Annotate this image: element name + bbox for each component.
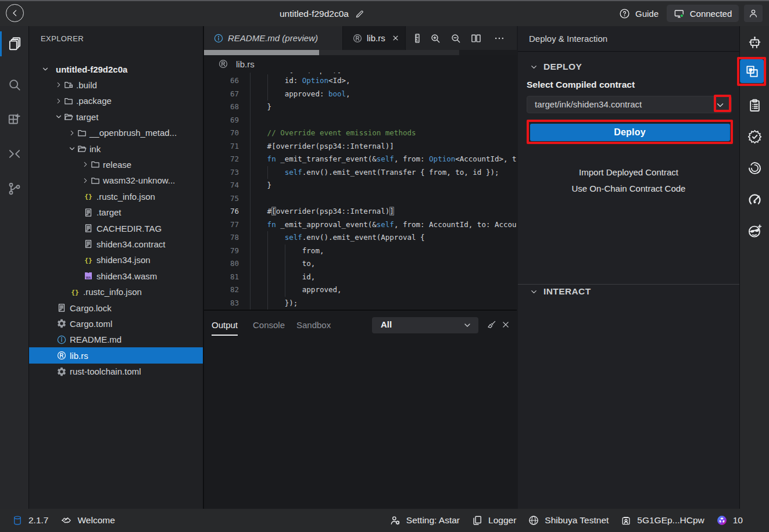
output-filter-select[interactable]: All bbox=[372, 317, 478, 333]
rail-item-expert-mode[interactable] bbox=[741, 222, 769, 239]
split-editor-button[interactable] bbox=[469, 31, 483, 45]
clear-button[interactable] bbox=[485, 318, 498, 331]
connected-button[interactable]: Connected bbox=[667, 5, 739, 22]
svg-text:WA: WA bbox=[86, 276, 91, 279]
tree-item--openbrush-metad-[interactable]: __openbrush_metad... bbox=[29, 125, 203, 141]
status-item-logger[interactable]: Logger bbox=[471, 515, 516, 526]
code-line-82: 82 approved, bbox=[204, 283, 517, 297]
rail-item-compilation[interactable] bbox=[741, 96, 769, 114]
activity-bar-item-explorer[interactable] bbox=[0, 35, 28, 52]
tab-scrollbar-thumb[interactable] bbox=[204, 50, 319, 55]
editor-tab-readme.md[interactable]: README.md (preview) bbox=[204, 26, 343, 50]
pages-icon bbox=[471, 515, 483, 526]
indent-guide bbox=[285, 257, 285, 271]
status-item-shibuya-testnet[interactable]: Shibuya Testnet bbox=[528, 515, 609, 526]
tree-item-lib-rs[interactable]: lib.rs bbox=[29, 347, 203, 364]
rail-item-gas-estimation[interactable] bbox=[741, 191, 769, 209]
close-panel-button[interactable] bbox=[499, 318, 512, 331]
line-number: 72 bbox=[204, 153, 239, 166]
close-tab-icon[interactable] bbox=[391, 34, 400, 42]
code-plain: } bbox=[250, 102, 272, 111]
code-text: } bbox=[250, 100, 272, 114]
guide-button[interactable]: Guide bbox=[619, 1, 659, 26]
more-actions-button[interactable] bbox=[492, 31, 506, 45]
line-number: 70 bbox=[204, 127, 239, 140]
tree-item-untitled-f29d2c0a[interactable]: untitled-f29d2c0a bbox=[29, 61, 203, 77]
rename-pencil-icon[interactable] bbox=[355, 9, 365, 19]
chevron-down-icon[interactable] bbox=[715, 100, 725, 110]
rail-item-openai[interactable] bbox=[741, 159, 769, 177]
code-text: approved: bool, bbox=[250, 88, 350, 101]
tree-item-cargo-toml[interactable]: Cargo.toml bbox=[29, 315, 203, 332]
tree-item-target[interactable]: target bbox=[29, 109, 203, 125]
tree-item-rust-toolchain-toml[interactable]: rust-toolchain.toml bbox=[29, 364, 203, 380]
status-bar: 2.1.7Welcome Setting: AstarLoggerShibuya… bbox=[0, 509, 769, 532]
tree-item-label: .target bbox=[96, 207, 121, 217]
indent-guide bbox=[250, 153, 251, 166]
tree-item-shiden34-wasm[interactable]: WAshiden34.wasm bbox=[29, 268, 203, 284]
import-deployed-contract-link[interactable]: Import Deployed Contract bbox=[518, 167, 739, 177]
tree-item-shiden34-json[interactable]: {}shiden34.json bbox=[29, 252, 203, 268]
account-button[interactable] bbox=[744, 5, 763, 22]
line-number: 82 bbox=[204, 283, 239, 297]
interact-section-header[interactable]: INTERACT bbox=[530, 286, 591, 297]
breadcrumb[interactable]: lib.rs bbox=[204, 55, 517, 73]
chevron-right-icon bbox=[55, 97, 63, 105]
status-item-5g1gep-hcpw[interactable]: 5G1GEp...HCpw bbox=[620, 515, 704, 526]
rail-item-deploy-interaction[interactable] bbox=[740, 59, 764, 83]
panel-tab-console[interactable]: Console bbox=[253, 320, 285, 330]
use-onchain-contract-link[interactable]: Use On-Chain Contract Code bbox=[518, 184, 739, 193]
tree-item-cargo-lock[interactable]: Cargo.lock bbox=[29, 300, 203, 316]
tree-item--rustc-info-json[interactable]: {}.rustc_info.json bbox=[29, 284, 203, 300]
deploy-button[interactable]: Deploy bbox=[530, 124, 730, 141]
status-item-welcome[interactable]: Welcome bbox=[60, 515, 115, 526]
tree-item--package[interactable]: .package bbox=[29, 93, 203, 109]
line-number: 83 bbox=[204, 297, 239, 310]
seal-check-icon bbox=[747, 129, 763, 145]
deploy-section-header[interactable]: DEPLOY bbox=[530, 62, 582, 72]
tree-item-readme-md[interactable]: README.md bbox=[29, 332, 203, 348]
tree-item-ink[interactable]: ink bbox=[29, 141, 203, 157]
activity-bar-item-search[interactable] bbox=[0, 76, 28, 94]
tree-item-cachedir-tag[interactable]: CACHEDIR.TAG bbox=[29, 220, 203, 236]
split-icon bbox=[470, 33, 482, 44]
zoom-out-button[interactable] bbox=[449, 31, 463, 45]
files-icon bbox=[7, 36, 22, 51]
rail-item-ai-assistant[interactable] bbox=[741, 33, 769, 51]
rail-item-verification[interactable] bbox=[741, 128, 769, 145]
tree-item-shiden34-contract[interactable]: shiden34.contract bbox=[29, 236, 203, 252]
tree-item-wasm32-unknow-[interactable]: wasm32-unknow... bbox=[29, 172, 203, 189]
indent-guide bbox=[267, 257, 268, 271]
indent-guide bbox=[267, 166, 268, 179]
back-button[interactable] bbox=[6, 4, 24, 22]
output-panel: All OutputConsoleSandbox bbox=[204, 311, 517, 509]
compiled-contract-select[interactable]: target/ink/shiden34.contract bbox=[527, 96, 732, 113]
panel-tab-output[interactable]: Output bbox=[212, 320, 238, 330]
person-gear-icon bbox=[389, 515, 401, 526]
folder-icon bbox=[63, 96, 74, 106]
tab-label: README.md (preview) bbox=[228, 33, 318, 43]
code-line-79: 79 from, bbox=[204, 245, 517, 258]
code-text: #[overrider(psp34::Internal)] bbox=[250, 205, 394, 218]
tree-item--build[interactable]: .build bbox=[29, 77, 203, 93]
person-icon bbox=[748, 8, 759, 19]
group-box-icon bbox=[745, 64, 760, 79]
activity-bar-item-source-control[interactable] bbox=[0, 180, 28, 197]
code-editor[interactable]: 65 #[ink(topic)]66 id: Option<Id>,67 app… bbox=[204, 73, 517, 310]
editor-tab-lib.rs[interactable]: lib.rs bbox=[343, 26, 406, 50]
json-braces-icon: {} bbox=[70, 287, 80, 297]
activity-bar-item-extensions[interactable] bbox=[0, 111, 28, 128]
status-item-2-1-7[interactable]: 2.1.7 bbox=[12, 515, 48, 526]
project-title: untitled-f29d2c0a bbox=[280, 9, 349, 19]
panel-tab-sandbox[interactable]: Sandbox bbox=[296, 320, 331, 330]
tree-item-release[interactable]: release bbox=[29, 156, 203, 172]
zoom-in-button[interactable] bbox=[428, 31, 442, 45]
tree-item--rustc-info-json[interactable]: {}.rustc_info.json bbox=[29, 188, 203, 204]
status-item-setting-astar[interactable]: Setting: Astar bbox=[389, 515, 460, 526]
outline-button[interactable] bbox=[410, 31, 424, 45]
status-item-10[interactable]: 10 bbox=[716, 515, 743, 526]
activity-bar-item-compile[interactable] bbox=[0, 145, 28, 163]
chevron-down-icon bbox=[463, 321, 472, 330]
tree-item--target[interactable]: .target bbox=[29, 204, 203, 221]
indent-guide bbox=[285, 283, 285, 297]
